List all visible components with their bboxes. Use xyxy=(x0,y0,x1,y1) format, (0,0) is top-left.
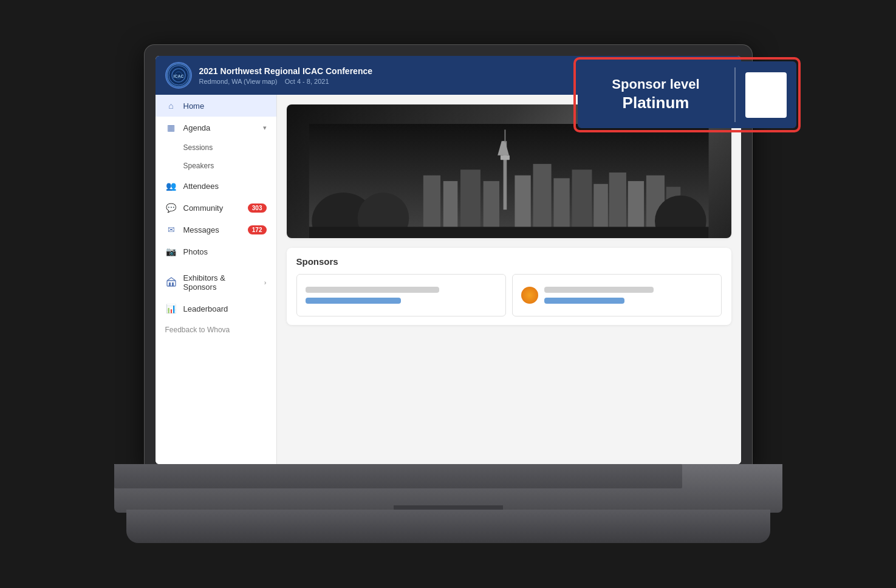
seattle-skyline xyxy=(309,124,709,238)
community-badge: 303 xyxy=(248,203,267,213)
sidebar-item-attendees[interactable]: 👥 Attendees xyxy=(156,175,276,197)
agenda-icon: ▦ xyxy=(165,123,177,132)
main-panel: Sponsors xyxy=(277,95,741,464)
sidebar-label-messages: Messages xyxy=(183,225,248,234)
laptop-scene: ICAC 2021 Northwest Regional ICAC Confer… xyxy=(114,45,782,543)
svg-text:ICAC: ICAC xyxy=(173,74,183,78)
leaderboard-icon: 📊 xyxy=(165,304,177,313)
app-logo: ICAC xyxy=(165,62,192,89)
popup-sponsor-level-label: Sponsor level xyxy=(592,76,720,94)
home-icon: ⌂ xyxy=(165,101,177,111)
svg-rect-5 xyxy=(169,282,171,286)
community-icon: 💬 xyxy=(165,203,177,213)
laptop-screen-bezel: ICAC 2021 Northwest Regional ICAC Confer… xyxy=(145,45,752,470)
svg-rect-4 xyxy=(167,281,176,286)
sidebar-footer[interactable]: Feedback to Whova xyxy=(156,320,276,340)
sponsor-popup: Sponsor level Platinum xyxy=(573,57,801,132)
sidebar-label-leaderboard: Leaderboard xyxy=(183,304,267,313)
svg-rect-6 xyxy=(172,282,174,286)
sidebar-label-speakers: Speakers xyxy=(183,162,214,170)
exhibitors-chevron-icon: › xyxy=(264,279,267,286)
sponsor-card-2[interactable] xyxy=(512,274,722,316)
sponsors-section: Sponsors xyxy=(287,248,731,325)
sidebar-label-photos: Photos xyxy=(183,247,267,256)
sponsors-title: Sponsors xyxy=(296,256,722,267)
sidebar-label-attendees: Attendees xyxy=(183,182,267,191)
conference-dates: Oct 4 - 8, 2021 xyxy=(285,78,329,85)
popup-card: Sponsor level Platinum xyxy=(578,61,796,128)
sidebar-item-speakers[interactable]: Speakers xyxy=(156,157,276,175)
laptop-base xyxy=(114,464,782,513)
svg-rect-12 xyxy=(500,156,509,160)
exhibitors-icon xyxy=(165,277,177,289)
laptop-foot xyxy=(126,510,770,543)
sidebar-item-agenda[interactable]: ▦ Agenda ▾ xyxy=(156,117,276,138)
laptop-keyboard xyxy=(114,464,682,488)
sidebar-item-leaderboard[interactable]: 📊 Leaderboard xyxy=(156,298,276,320)
sidebar-item-exhibitors[interactable]: Exhibitors & Sponsors › xyxy=(156,267,276,298)
logo-inner: ICAC xyxy=(167,64,190,87)
sponsor-card-1[interactable] xyxy=(296,274,506,316)
sidebar-divider xyxy=(156,262,276,267)
agenda-chevron-icon: ▾ xyxy=(263,124,267,132)
sidebar-item-sessions[interactable]: Sessions xyxy=(156,138,276,157)
sidebar-item-photos[interactable]: 📷 Photos xyxy=(156,241,276,262)
svg-rect-28 xyxy=(309,227,709,238)
sidebar-item-community[interactable]: 💬 Community 303 xyxy=(156,197,276,219)
messages-icon: ✉ xyxy=(165,225,177,234)
sponsors-card: Sponsors xyxy=(287,248,731,325)
photos-icon: 📷 xyxy=(165,247,177,256)
messages-badge: 172 xyxy=(248,225,267,234)
sidebar: ⌂ Home ▦ Agenda ▾ Sessions Speakers xyxy=(156,95,277,464)
feedback-link: Feedback to Whova xyxy=(165,326,230,334)
sponsor-logo-box xyxy=(745,72,787,118)
popup-logo-area xyxy=(736,63,796,128)
sidebar-label-community: Community xyxy=(183,203,248,213)
sidebar-label-home: Home xyxy=(183,101,267,111)
sponsors-grid xyxy=(296,274,722,316)
sponsor-logo-icon xyxy=(521,287,538,304)
popup-border: Sponsor level Platinum xyxy=(573,57,801,132)
attendees-icon: 👥 xyxy=(165,181,177,191)
sidebar-item-home[interactable]: ⌂ Home xyxy=(156,95,276,117)
sidebar-label-agenda: Agenda xyxy=(183,123,263,132)
svg-rect-13 xyxy=(504,129,505,142)
app-body: ⌂ Home ▦ Agenda ▾ Sessions Speakers xyxy=(156,95,741,464)
popup-sponsor-tier: Platinum xyxy=(592,93,720,114)
sidebar-label-sessions: Sessions xyxy=(183,143,213,152)
sidebar-item-messages[interactable]: ✉ Messages 172 xyxy=(156,219,276,241)
popup-text-area: Sponsor level Platinum xyxy=(578,64,734,126)
conference-location: Redmond, WA (View map) xyxy=(199,78,278,85)
sidebar-label-exhibitors: Exhibitors & Sponsors xyxy=(183,273,264,292)
